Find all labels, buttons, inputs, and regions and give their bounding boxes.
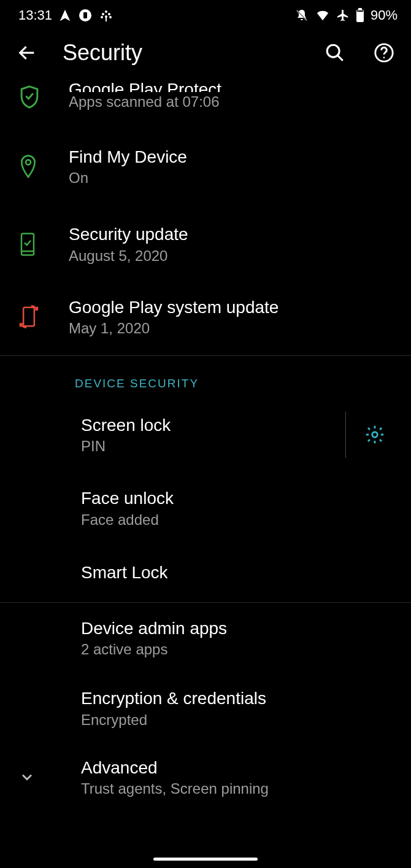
svg-rect-22 xyxy=(23,308,34,326)
item-title: Encryption & credentials xyxy=(81,688,398,710)
shield-check-icon xyxy=(18,85,40,109)
item-subtitle: Apps scanned at 07:06 xyxy=(69,93,398,110)
item-subtitle: August 5, 2020 xyxy=(69,247,398,265)
battery-icon xyxy=(356,8,364,23)
item-subtitle: May 1, 2020 xyxy=(69,320,398,337)
item-title: Face unlock xyxy=(81,487,398,510)
item-title: Find My Device xyxy=(69,146,398,168)
item-title: Advanced xyxy=(81,757,398,779)
back-button[interactable] xyxy=(13,39,40,66)
section-header-device-security: DEVICE SECURITY xyxy=(0,356,411,397)
item-face-unlock[interactable]: Face unlock Face added xyxy=(0,473,411,543)
navigation-pill[interactable] xyxy=(153,858,258,861)
search-button[interactable] xyxy=(321,39,348,66)
item-gp-system-update[interactable]: Google Play system update May 1, 2020 xyxy=(0,281,411,355)
help-button[interactable] xyxy=(371,39,398,66)
gear-icon[interactable] xyxy=(358,418,391,451)
item-play-protect[interactable]: Google Play Protect Apps scanned at 07:0… xyxy=(0,77,411,125)
svg-point-2 xyxy=(105,10,107,13)
item-smart-lock[interactable]: Smart Lock xyxy=(0,543,411,602)
item-subtitle: PIN xyxy=(81,438,339,455)
svg-point-15 xyxy=(327,45,339,57)
svg-rect-13 xyxy=(357,10,363,12)
item-subtitle: Trust agents, Screen pinning xyxy=(81,780,398,797)
item-subtitle: Encrypted xyxy=(81,711,398,729)
item-title: Google Play system update xyxy=(69,296,398,319)
item-title: Smart Lock xyxy=(81,562,398,584)
item-screen-lock[interactable]: Screen lock PIN xyxy=(0,397,411,473)
item-device-admin-apps[interactable]: Device admin apps 2 active apps xyxy=(0,603,411,673)
divider-vertical xyxy=(345,411,346,458)
svg-point-4 xyxy=(108,13,110,15)
item-advanced[interactable]: Advanced Trust agents, Screen pinning xyxy=(0,743,411,812)
app-bar: Security xyxy=(0,28,411,77)
item-encryption-credentials[interactable]: Encryption & credentials Encrypted xyxy=(0,673,411,743)
battery-text: 90% xyxy=(371,7,398,23)
item-title: Google Play Protect xyxy=(69,79,398,92)
item-subtitle: 2 active apps xyxy=(81,641,398,658)
svg-point-7 xyxy=(109,16,112,18)
item-security-update[interactable]: Security update August 5, 2020 xyxy=(0,207,411,280)
status-bar: 13:31 90% xyxy=(0,0,411,28)
svg-point-3 xyxy=(102,13,104,15)
svg-point-19 xyxy=(26,160,31,165)
chevron-down-icon xyxy=(18,769,36,786)
svg-point-5 xyxy=(101,16,103,18)
dnd-off-icon xyxy=(294,8,309,23)
status-time: 13:31 xyxy=(18,7,52,23)
notification-tree-icon xyxy=(99,8,113,23)
item-subtitle: Face added xyxy=(81,511,398,529)
item-title: Screen lock xyxy=(81,414,339,436)
item-subtitle: On xyxy=(69,169,398,187)
svg-rect-8 xyxy=(106,17,107,21)
phone-sync-icon xyxy=(18,305,39,328)
svg-line-16 xyxy=(337,55,343,61)
item-find-my-device[interactable]: Find My Device On xyxy=(0,125,411,207)
wifi-icon xyxy=(315,9,330,22)
location-pin-icon xyxy=(18,154,38,179)
item-title: Security update xyxy=(69,223,398,246)
airplane-mode-icon xyxy=(336,9,350,22)
svg-point-23 xyxy=(372,432,378,438)
svg-rect-1 xyxy=(83,12,87,18)
nav-arrow-icon xyxy=(58,9,72,22)
item-title: Device admin apps xyxy=(81,618,398,640)
notification-screen-icon xyxy=(78,8,93,23)
svg-point-18 xyxy=(383,56,385,58)
svg-rect-12 xyxy=(358,8,362,10)
phone-check-icon xyxy=(18,232,37,257)
page-title: Security xyxy=(63,40,299,66)
